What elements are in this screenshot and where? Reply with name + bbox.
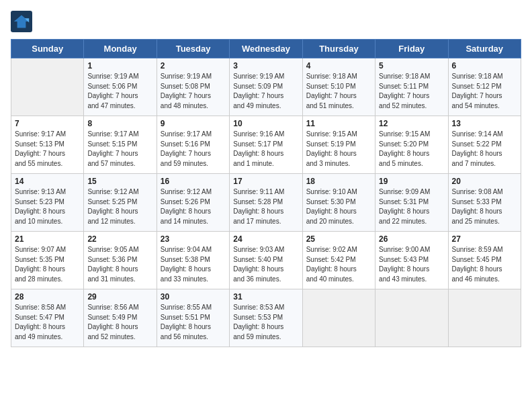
calendar-cell <box>302 289 375 347</box>
calendar-cell: 20Sunrise: 9:08 AM Sunset: 5:33 PM Dayli… <box>448 174 521 232</box>
day-number: 28 <box>15 292 80 302</box>
day-number: 25 <box>306 234 371 244</box>
calendar-cell: 6Sunrise: 9:18 AM Sunset: 5:12 PM Daylig… <box>448 58 521 116</box>
calendar-cell: 4Sunrise: 9:18 AM Sunset: 5:10 PM Daylig… <box>302 58 375 116</box>
day-number: 27 <box>452 234 517 244</box>
calendar-cell: 16Sunrise: 9:12 AM Sunset: 5:26 PM Dayli… <box>157 174 229 232</box>
calendar-cell: 27Sunrise: 8:59 AM Sunset: 5:45 PM Dayli… <box>448 232 521 289</box>
day-info: Sunrise: 9:16 AM Sunset: 5:17 PM Dayligh… <box>233 130 298 169</box>
calendar-cell: 15Sunrise: 9:12 AM Sunset: 5:25 PM Dayli… <box>84 174 157 232</box>
day-info: Sunrise: 9:09 AM Sunset: 5:31 PM Dayligh… <box>379 187 444 226</box>
day-number: 13 <box>452 119 517 128</box>
day-number: 17 <box>233 177 298 186</box>
day-number: 12 <box>379 119 444 128</box>
calendar-cell <box>11 58 84 116</box>
day-number: 20 <box>452 177 517 186</box>
calendar-cell: 31Sunrise: 8:53 AM Sunset: 5:53 PM Dayli… <box>230 289 302 347</box>
day-number: 9 <box>161 119 226 128</box>
calendar-cell: 24Sunrise: 9:03 AM Sunset: 5:40 PM Dayli… <box>230 232 302 289</box>
day-header-saturday: Saturday <box>448 40 521 58</box>
day-info: Sunrise: 9:07 AM Sunset: 5:35 PM Dayligh… <box>15 245 80 284</box>
day-number: 11 <box>306 119 371 128</box>
calendar-table: SundayMondayTuesdayWednesdayThursdayFrid… <box>11 39 521 347</box>
day-info: Sunrise: 9:17 AM Sunset: 5:13 PM Dayligh… <box>15 130 80 169</box>
day-number: 30 <box>161 292 226 302</box>
calendar-cell: 1Sunrise: 9:19 AM Sunset: 5:06 PM Daylig… <box>84 58 157 116</box>
calendar-cell: 14Sunrise: 9:13 AM Sunset: 5:23 PM Dayli… <box>11 174 84 232</box>
week-row-2: 7Sunrise: 9:17 AM Sunset: 5:13 PM Daylig… <box>11 116 521 174</box>
day-number: 21 <box>15 234 80 244</box>
day-info: Sunrise: 9:00 AM Sunset: 5:43 PM Dayligh… <box>379 245 444 284</box>
calendar-cell: 13Sunrise: 9:14 AM Sunset: 5:22 PM Dayli… <box>448 116 521 174</box>
days-header-row: SundayMondayTuesdayWednesdayThursdayFrid… <box>11 40 521 58</box>
day-info: Sunrise: 9:08 AM Sunset: 5:33 PM Dayligh… <box>452 187 517 226</box>
day-info: Sunrise: 8:53 AM Sunset: 5:53 PM Dayligh… <box>233 303 298 342</box>
day-info: Sunrise: 9:10 AM Sunset: 5:30 PM Dayligh… <box>306 187 371 226</box>
day-header-thursday: Thursday <box>302 40 375 58</box>
calendar-cell: 5Sunrise: 9:18 AM Sunset: 5:11 PM Daylig… <box>375 58 448 116</box>
day-info: Sunrise: 9:11 AM Sunset: 5:28 PM Dayligh… <box>233 187 298 226</box>
day-info: Sunrise: 9:05 AM Sunset: 5:36 PM Dayligh… <box>87 245 152 284</box>
day-info: Sunrise: 9:04 AM Sunset: 5:38 PM Dayligh… <box>161 245 226 284</box>
day-info: Sunrise: 8:58 AM Sunset: 5:47 PM Dayligh… <box>15 303 80 342</box>
day-number: 5 <box>379 61 444 71</box>
day-number: 19 <box>379 177 444 186</box>
day-info: Sunrise: 9:18 AM Sunset: 5:11 PM Dayligh… <box>379 72 444 111</box>
calendar-cell: 7Sunrise: 9:17 AM Sunset: 5:13 PM Daylig… <box>11 116 84 174</box>
week-row-4: 21Sunrise: 9:07 AM Sunset: 5:35 PM Dayli… <box>11 232 521 289</box>
day-info: Sunrise: 9:03 AM Sunset: 5:40 PM Dayligh… <box>233 245 298 284</box>
day-number: 10 <box>233 119 298 128</box>
day-info: Sunrise: 9:19 AM Sunset: 5:06 PM Dayligh… <box>87 72 152 111</box>
calendar-cell: 23Sunrise: 9:04 AM Sunset: 5:38 PM Dayli… <box>157 232 229 289</box>
day-number: 6 <box>452 61 517 71</box>
day-info: Sunrise: 9:13 AM Sunset: 5:23 PM Dayligh… <box>15 187 80 226</box>
day-number: 3 <box>233 61 298 71</box>
calendar-cell: 28Sunrise: 8:58 AM Sunset: 5:47 PM Dayli… <box>11 289 84 347</box>
day-header-friday: Friday <box>375 40 448 58</box>
calendar-cell: 11Sunrise: 9:15 AM Sunset: 5:19 PM Dayli… <box>302 116 375 174</box>
day-number: 15 <box>87 177 152 186</box>
day-info: Sunrise: 9:18 AM Sunset: 5:10 PM Dayligh… <box>306 72 371 111</box>
day-number: 29 <box>87 292 152 302</box>
day-info: Sunrise: 9:14 AM Sunset: 5:22 PM Dayligh… <box>452 130 517 169</box>
week-row-5: 28Sunrise: 8:58 AM Sunset: 5:47 PM Dayli… <box>11 289 521 347</box>
day-number: 22 <box>87 234 152 244</box>
day-number: 1 <box>87 61 152 71</box>
day-number: 2 <box>161 61 226 71</box>
day-info: Sunrise: 8:59 AM Sunset: 5:45 PM Dayligh… <box>452 245 517 284</box>
day-info: Sunrise: 9:19 AM Sunset: 5:08 PM Dayligh… <box>161 72 226 111</box>
calendar-cell: 25Sunrise: 9:02 AM Sunset: 5:42 PM Dayli… <box>302 232 375 289</box>
day-number: 31 <box>233 292 298 302</box>
calendar-cell: 9Sunrise: 9:17 AM Sunset: 5:16 PM Daylig… <box>157 116 229 174</box>
day-info: Sunrise: 9:17 AM Sunset: 5:16 PM Dayligh… <box>161 130 226 169</box>
day-info: Sunrise: 8:55 AM Sunset: 5:51 PM Dayligh… <box>161 303 226 342</box>
calendar-cell: 22Sunrise: 9:05 AM Sunset: 5:36 PM Dayli… <box>84 232 157 289</box>
calendar-cell: 12Sunrise: 9:15 AM Sunset: 5:20 PM Dayli… <box>375 116 448 174</box>
day-header-wednesday: Wednesday <box>230 40 302 58</box>
calendar-cell: 10Sunrise: 9:16 AM Sunset: 5:17 PM Dayli… <box>230 116 302 174</box>
day-info: Sunrise: 9:02 AM Sunset: 5:42 PM Dayligh… <box>306 245 371 284</box>
calendar-cell: 2Sunrise: 9:19 AM Sunset: 5:08 PM Daylig… <box>157 58 229 116</box>
calendar-cell: 30Sunrise: 8:55 AM Sunset: 5:51 PM Dayli… <box>157 289 229 347</box>
calendar-cell <box>448 289 521 347</box>
calendar-cell: 17Sunrise: 9:11 AM Sunset: 5:28 PM Dayli… <box>230 174 302 232</box>
day-number: 16 <box>161 177 226 186</box>
day-info: Sunrise: 9:19 AM Sunset: 5:09 PM Dayligh… <box>233 72 298 111</box>
calendar-container: SundayMondayTuesdayWednesdayThursdayFrid… <box>0 0 532 354</box>
day-number: 7 <box>15 119 80 128</box>
day-header-monday: Monday <box>84 40 157 58</box>
day-info: Sunrise: 8:56 AM Sunset: 5:49 PM Dayligh… <box>87 303 152 342</box>
calendar-cell: 29Sunrise: 8:56 AM Sunset: 5:49 PM Dayli… <box>84 289 157 347</box>
day-info: Sunrise: 9:17 AM Sunset: 5:15 PM Dayligh… <box>87 130 152 169</box>
calendar-cell: 19Sunrise: 9:09 AM Sunset: 5:31 PM Dayli… <box>375 174 448 232</box>
day-number: 24 <box>233 234 298 244</box>
day-number: 8 <box>87 119 152 128</box>
logo <box>11 11 35 32</box>
day-header-sunday: Sunday <box>11 40 84 58</box>
calendar-cell: 8Sunrise: 9:17 AM Sunset: 5:15 PM Daylig… <box>84 116 157 174</box>
day-info: Sunrise: 9:12 AM Sunset: 5:25 PM Dayligh… <box>87 187 152 226</box>
day-info: Sunrise: 9:12 AM Sunset: 5:26 PM Dayligh… <box>161 187 226 226</box>
day-number: 4 <box>306 61 371 71</box>
day-info: Sunrise: 9:15 AM Sunset: 5:19 PM Dayligh… <box>306 130 371 169</box>
header-row <box>11 11 521 32</box>
